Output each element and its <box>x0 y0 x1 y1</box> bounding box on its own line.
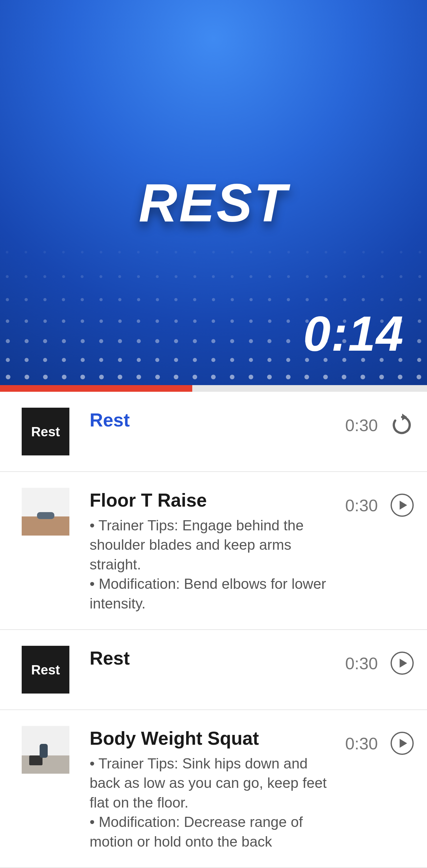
exercise-title: Rest <box>90 648 336 669</box>
exercise-meta: 0:30 <box>345 408 416 438</box>
hero-panel: REST 0:14 <box>0 0 427 385</box>
exercise-duration: 0:30 <box>345 734 378 753</box>
countdown-timer: 0:14 <box>303 305 404 362</box>
exercise-body: Rest <box>90 408 345 435</box>
exercise-row[interactable]: Body Weight Squat• Trainer Tips: Sink hi… <box>0 710 427 868</box>
current-exercise-title: REST <box>0 172 427 234</box>
rest-thumbnail-label: Rest <box>31 662 60 678</box>
play-button[interactable] <box>389 492 416 519</box>
exercise-body: Floor T Raise• Trainer Tips: Engage behi… <box>90 488 345 613</box>
exercise-meta: 0:30 <box>345 726 416 756</box>
exercise-row[interactable]: RestRest0:30 <box>0 630 427 710</box>
exercise-row[interactable]: Floor T Raise• Trainer Tips: Engage behi… <box>0 472 427 630</box>
exercise-description: • Trainer Tips: Sink hips down and back … <box>90 754 336 852</box>
exercise-body: Body Weight Squat• Trainer Tips: Sink hi… <box>90 726 345 851</box>
workout-progress-fill <box>0 385 192 392</box>
exercise-meta: 0:30 <box>345 488 416 519</box>
replay-button[interactable] <box>389 412 416 438</box>
exercise-thumbnail <box>22 726 69 774</box>
exercise-list: RestRest0:30Floor T Raise• Trainer Tips:… <box>0 392 427 868</box>
exercise-description: • Trainer Tips: Engage behind the should… <box>90 516 336 614</box>
exercise-title: Rest <box>90 410 336 430</box>
workout-progress-bar[interactable] <box>0 385 427 392</box>
play-icon <box>390 493 415 518</box>
replay-icon <box>390 412 415 437</box>
rest-thumbnail-label: Rest <box>31 424 60 439</box>
exercise-body: Rest <box>90 646 345 674</box>
rest-thumbnail: Rest <box>22 408 69 456</box>
play-button[interactable] <box>389 650 416 677</box>
play-button[interactable] <box>389 730 416 756</box>
exercise-title: Body Weight Squat <box>90 728 336 748</box>
exercise-duration: 0:30 <box>345 654 378 673</box>
exercise-thumbnail <box>22 488 69 535</box>
rest-thumbnail: Rest <box>22 646 69 693</box>
play-icon <box>390 651 415 676</box>
exercise-duration: 0:30 <box>345 415 378 435</box>
play-icon <box>390 731 415 756</box>
exercise-meta: 0:30 <box>345 646 416 677</box>
exercise-row[interactable]: RestRest0:30 <box>0 392 427 472</box>
exercise-duration: 0:30 <box>345 496 378 515</box>
exercise-title: Floor T Raise <box>90 490 336 510</box>
